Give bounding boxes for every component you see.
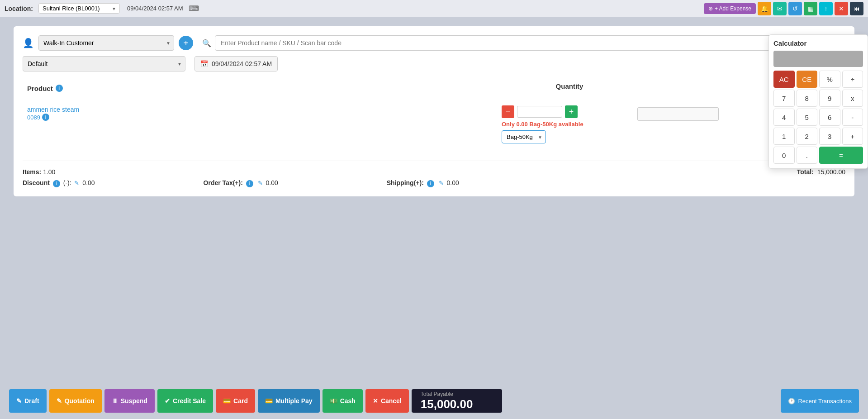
search-icon: 🔍 [202, 39, 211, 48]
calc-plus-button[interactable]: + [842, 128, 863, 145]
calc-percent-button[interactable]: % [819, 71, 840, 88]
table-header: Product i Quantity Subtotal ✕ [23, 79, 845, 98]
email-button[interactable]: ✉ [773, 2, 787, 15]
upload-button[interactable]: ↑ [819, 2, 833, 15]
location-label: Location: [5, 5, 33, 12]
suspend-icon: ⏸ [112, 397, 118, 405]
recent-transactions-button[interactable]: 🕐 Recent Transactions [781, 389, 859, 413]
calc-dot-button[interactable]: . [797, 147, 818, 164]
product-info-icon[interactable]: i [56, 85, 63, 92]
calc-equals-button[interactable]: = [819, 147, 863, 164]
credit-sale-icon: ✔ [165, 397, 170, 405]
calc-8-button[interactable]: 8 [797, 90, 818, 107]
total-payable-label: Total Payable [421, 391, 453, 397]
bottom-bar: ✎ Draft ✎ Quotation ⏸ Suspend ✔ Credit S… [0, 383, 868, 419]
draft-button[interactable]: ✎ Draft [9, 389, 47, 413]
summary-section: Items: 1.00 Total: 15,000.00 Discount i … [23, 161, 845, 187]
calc-2-button[interactable]: 2 [797, 128, 818, 145]
total-payable-amount: 15,000.00 [421, 397, 473, 411]
calc-divide-button[interactable]: ÷ [842, 71, 863, 88]
calculator-panel: Calculator AC CE % ÷ 7 8 9 x 4 5 6 - 1 2… [768, 34, 868, 169]
calc-ac-button[interactable]: AC [773, 71, 795, 88]
calc-7-button[interactable]: 7 [773, 90, 795, 107]
calc-4-button[interactable]: 4 [773, 109, 795, 126]
discount-summary: Discount i (-): ✎ 0.00 [23, 179, 95, 187]
unit-select-wrapper[interactable]: Bag-50Kg Kg G [502, 130, 546, 143]
calc-3-button[interactable]: 3 [819, 128, 840, 145]
price-type-select[interactable]: Default [23, 56, 185, 71]
customer-select[interactable]: Walk-In Customer [38, 35, 174, 51]
close-app-button[interactable]: ✕ [835, 2, 848, 15]
cancel-button[interactable]: ✕ Cancel [365, 389, 409, 413]
card-button[interactable]: 💳 Card [216, 389, 255, 413]
credit-sale-button[interactable]: ✔ Credit Sale [157, 389, 213, 413]
upload-icon: ↑ [825, 5, 828, 12]
price-type-wrapper[interactable]: Default [23, 56, 185, 71]
customer-section: 👤 Walk-In Customer + [23, 35, 193, 51]
shipping-info-icon[interactable]: i [427, 180, 434, 187]
calc-5-button[interactable]: 5 [797, 109, 818, 126]
top-row: 👤 Walk-In Customer + 🔍 [23, 35, 845, 51]
quotation-button[interactable]: ✎ Quotation [49, 389, 102, 413]
add-expense-button[interactable]: ⊕ + Add Expense [704, 3, 756, 14]
discount-info-icon[interactable]: i [53, 180, 60, 187]
notifications-button[interactable]: 🔔 [758, 2, 771, 15]
calc-1-button[interactable]: 1 [773, 128, 795, 145]
main-content: 👤 Walk-In Customer + 🔍 Default [0, 17, 868, 210]
product-header: Product [27, 85, 53, 92]
location-select-wrapper[interactable]: Sultani Rice (BL0001) [38, 3, 120, 14]
quotation-icon: ✎ [57, 397, 62, 405]
quantity-header: Quantity [502, 82, 637, 94]
keyboard-icon: ⌨ [189, 4, 199, 13]
top-bar: Location: Sultani Rice (BL0001) 09/04/20… [0, 0, 868, 17]
back-icon: ⏮ [854, 5, 860, 12]
refresh-button[interactable]: ↺ [788, 2, 802, 15]
calc-9-button[interactable]: 9 [819, 90, 840, 107]
customer-select-wrapper[interactable]: Walk-In Customer [38, 35, 174, 51]
add-customer-button[interactable]: + [179, 36, 193, 50]
calc-display [773, 51, 863, 67]
suspend-button[interactable]: ⏸ Suspend [104, 389, 155, 413]
top-actions: ⊕ + Add Expense 🔔 ✉ ↺ ▦ ↑ ✕ ⏮ [704, 2, 863, 15]
person-icon: 👤 [23, 38, 34, 48]
product-search-input[interactable] [215, 35, 845, 51]
sku-info-icon[interactable]: i [42, 114, 49, 121]
qty-decrease-button[interactable]: − [502, 105, 514, 118]
tax-edit-icon[interactable]: ✎ [258, 180, 263, 186]
qty-controls: − 1.0000 + [502, 105, 637, 118]
qty-increase-button[interactable]: + [565, 105, 578, 118]
refresh-icon: ↺ [792, 5, 798, 12]
calc-6-button[interactable]: 6 [819, 109, 840, 126]
back-button[interactable]: ⏮ [850, 2, 863, 15]
calc-grid: AC CE % ÷ 7 8 9 x 4 5 6 - 1 2 3 + 0 . = [773, 71, 863, 164]
total-summary: Total: 15,000.00 [797, 168, 845, 176]
bell-icon: 🔔 [761, 5, 768, 12]
qty-input[interactable]: 1.0000 [517, 106, 562, 118]
grid-icon: ▦ [808, 5, 814, 12]
pos-container: 👤 Walk-In Customer + 🔍 Default [14, 26, 854, 196]
calc-ce-button[interactable]: CE [797, 71, 818, 88]
calc-minus-button[interactable]: - [842, 109, 863, 126]
calculator-title: Calculator [773, 39, 863, 47]
grid-button[interactable]: ▦ [804, 2, 817, 15]
tax-info-icon[interactable]: i [246, 180, 253, 187]
multiple-pay-button[interactable]: 💳 Multiple Pay [258, 389, 320, 413]
discount-edit-icon[interactable]: ✎ [74, 180, 79, 186]
unit-select[interactable]: Bag-50Kg Kg G [502, 130, 546, 143]
multiple-pay-icon: 💳 [265, 397, 273, 405]
cash-button[interactable]: 💵 Cash [323, 389, 363, 413]
calc-multiply-button[interactable]: x [842, 90, 863, 107]
summary-row-2: Discount i (-): ✎ 0.00 Order Tax(+): i ✎… [23, 179, 845, 187]
calc-0-button[interactable]: 0 [773, 147, 795, 164]
stock-warning: Only 0.00 Bag-50Kg available [502, 121, 637, 128]
product-name-link[interactable]: ammen rice steam [27, 106, 79, 113]
shipping-edit-icon[interactable]: ✎ [439, 180, 444, 186]
subtotal-input[interactable]: 15,000.00 [637, 107, 719, 121]
second-row: Default 📅 09/04/2024 02:57 AM [23, 56, 845, 71]
calendar-icon: 📅 [200, 60, 208, 67]
shipping-summary: Shipping(+): i ✎ 0.00 [387, 179, 459, 187]
product-search-section: 🔍 [202, 35, 845, 51]
location-select[interactable]: Sultani Rice (BL0001) [38, 3, 120, 14]
product-info-cell: ammen rice steam 0089 i [27, 105, 502, 121]
clock-icon: 🕐 [788, 398, 795, 405]
